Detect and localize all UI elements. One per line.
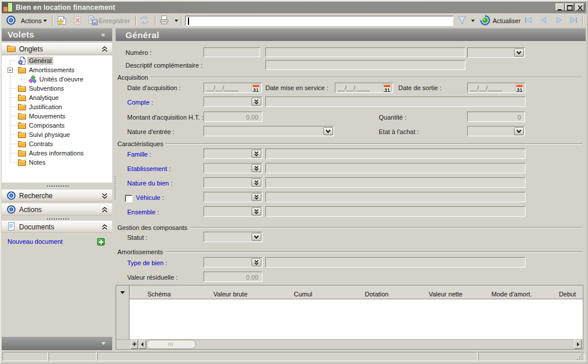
numero-input-1[interactable] [204,47,260,57]
tree-item-mouvements[interactable]: Mouvements [2,112,112,121]
documents-panel-header[interactable]: Documents [2,221,112,233]
close-button[interactable] [575,3,585,11]
compte-label[interactable]: Compte : [127,99,153,106]
valeur-residuelle-input[interactable]: 0,00 [204,272,262,282]
double-chevron-dropdown-icon[interactable] [252,258,261,266]
splitter-handle[interactable] [2,184,112,188]
dropdown-arrow-icon[interactable] [323,127,333,135]
double-chevron-dropdown-icon[interactable] [252,179,261,187]
tree-item-label[interactable]: Suivi physique [27,131,72,139]
grid-add-row-button[interactable] [131,340,138,349]
statut-combo[interactable] [204,232,262,242]
nav-first-icon[interactable] [524,15,534,25]
ensemble-combo[interactable] [204,206,262,217]
calendar-icon[interactable]: 31 [383,84,391,92]
nav-previous-icon[interactable] [539,15,549,25]
tree-item-subventions[interactable]: Subventions [2,84,112,93]
calendar-icon[interactable]: 31 [252,84,260,92]
grid-scroll-right-button[interactable] [574,340,582,349]
search-input[interactable] [185,16,453,26]
double-chevron-dropdown-icon[interactable] [252,98,261,106]
nature-entree-combo[interactable] [204,126,334,136]
double-chevron-dropdown-icon[interactable] [252,193,261,201]
tree-collapse-icon[interactable] [8,68,13,73]
date-acquisition-input[interactable]: __/__/____ 31 [204,83,262,93]
tree-item-notes[interactable]: Notes [2,158,112,167]
tree-item-amortissements[interactable]: Amortissements [2,65,112,75]
dropdown-arrow-icon[interactable] [252,233,261,241]
nouveau-document-link[interactable]: Nouveau document [8,238,62,245]
numero-input-2[interactable] [265,47,465,57]
tree-item-label[interactable]: Mouvements [27,112,67,120]
tree-item-label[interactable]: Subventions [27,84,66,92]
sidebar-bottom-bar[interactable] [2,337,112,350]
compte-combo[interactable] [204,96,262,107]
tree-item-contrats[interactable]: Contrats [2,139,112,148]
save-icon[interactable] [87,15,98,25]
grid-horizontal-scrollbar[interactable] [116,339,583,349]
tree-item-suivi-physique[interactable]: Suivi physique [2,130,112,139]
print-dropdown-arrow-icon[interactable] [175,20,178,24]
tree-item-label[interactable]: Unités d'oeuvre [38,75,85,83]
collapse-panel-icon[interactable] [101,224,108,232]
descriptif-input[interactable] [265,60,465,70]
type-bien-label[interactable]: Type de bien : [127,259,167,266]
column-header-debut[interactable]: Debut [559,291,576,298]
nature-bien-label[interactable]: Nature du bien : [127,180,172,187]
tree-item-justification[interactable]: Justification [2,102,112,112]
nav-last-icon[interactable] [569,15,579,25]
vehicule-checkbox[interactable] [125,195,132,202]
recherche-panel-header[interactable]: Recherche [2,190,112,202]
ensemble-label[interactable]: Ensemble : [127,209,159,216]
actions-menu-button[interactable]: Actions [21,17,42,24]
delete-icon[interactable] [72,15,83,25]
refresh-icon[interactable] [139,15,150,25]
actualiser-icon[interactable] [480,15,490,25]
vehicule-combo[interactable] [204,192,262,202]
numero-combo[interactable] [467,47,525,58]
tree-item-composants[interactable]: Composants [2,121,112,130]
tree-item-label[interactable]: Autres informations [27,149,86,157]
nature-bien-combo[interactable] [204,177,262,188]
famille-label[interactable]: Famille : [127,151,151,158]
save-button-label[interactable]: Enregistrer [99,17,130,24]
column-header-cumul[interactable]: Cumul [294,291,312,298]
date-sortie-input[interactable]: __/__/____ 31 [467,83,526,93]
dropdown-arrow-icon[interactable] [514,49,524,57]
onglets-panel-header[interactable]: Onglets [2,43,112,55]
double-chevron-dropdown-icon[interactable] [252,164,261,172]
double-chevron-dropdown-icon[interactable] [252,207,261,216]
column-header-valeur-nette[interactable]: Valeur nette [428,291,463,298]
tree-item-label[interactable]: Justification [27,103,64,111]
grid-scroll-left-button[interactable] [139,340,146,349]
new-document-icon[interactable] [57,15,67,25]
compte-input[interactable] [265,96,526,107]
calendar-icon[interactable]: 31 [515,84,524,92]
collapse-panel-icon[interactable] [101,206,108,214]
etablissement-input[interactable] [265,163,526,173]
vehicule-input[interactable] [265,192,526,202]
tree-item-label[interactable]: Amortissements [27,66,76,74]
tree-item-label[interactable]: Général [27,57,53,65]
column-header-schema[interactable]: Schéma [147,291,171,298]
filter-dropdown-arrow-icon[interactable] [471,20,475,24]
tree-item-analytique[interactable]: Analytique [2,93,112,102]
grid-corner-dropdown-icon[interactable] [120,291,125,296]
double-chevron-dropdown-icon[interactable] [252,150,261,158]
tree-item-general[interactable]: Général [2,56,112,65]
type-bien-input[interactable] [265,257,526,268]
date-mise-service-input[interactable]: __/__/____ 31 [335,83,393,93]
maximize-button[interactable] [565,3,574,11]
quantite-input[interactable]: 0 [467,112,525,122]
minimize-button[interactable] [556,3,565,11]
collapse-sidebar-icon[interactable]: « [101,31,105,39]
etablissement-label[interactable]: Etablissement : [127,165,171,172]
expand-panel-icon[interactable] [101,192,108,200]
collapse-panel-icon[interactable] [101,46,108,54]
etablissement-combo[interactable] [204,163,262,173]
column-header-mode-amort[interactable]: Mode d'amort. [491,291,532,298]
tree-item-label[interactable]: Analytique [27,94,60,102]
famille-combo[interactable] [204,148,262,159]
column-header-valeur-brute[interactable]: Valeur brute [213,291,247,298]
type-bien-combo[interactable] [204,257,262,268]
